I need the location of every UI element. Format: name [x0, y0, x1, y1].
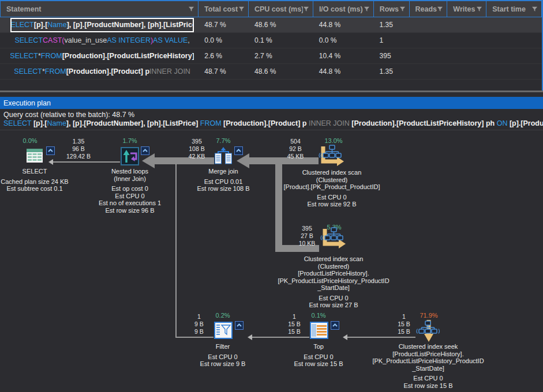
nested-loops-icon[interactable] [121, 147, 139, 168]
start-time-cell [486, 17, 542, 32]
selected-statement-box: SELECT [p].[Name], [p].[ProductNumber], … [10, 18, 194, 32]
edge-arrowhead [142, 153, 155, 168]
cpu-cost-cell: 48.6 % [249, 64, 313, 79]
column-header-writes[interactable]: Writes [447, 0, 486, 17]
io-cost-cell: 0.0 % [313, 33, 374, 48]
io-cost-cell: 10.4 % [313, 48, 374, 63]
clustered-index-seek-node-label[interactable]: Clustered index seek [ProductListPriceHi… [359, 343, 497, 389]
statement-row-1[interactable]: SELECT [p].[Name], [p].[ProductNumber], … [0, 17, 542, 33]
writes-cell [447, 17, 486, 32]
filter-funnel-icon[interactable] [188, 6, 194, 12]
cpu-cost-cell: 48.6 % [249, 17, 313, 32]
start-time-cell [486, 48, 542, 63]
edge-stats-label: 115 B15 B [274, 313, 314, 336]
total-cost-cell: 0.0 % [199, 33, 249, 48]
edge-seek-to-top [347, 337, 415, 338]
filter-funnel-icon[interactable] [303, 6, 309, 12]
column-header-cpu-cost[interactable]: CPU cost (ms) [249, 0, 313, 17]
column-header-rows[interactable]: Rows [374, 0, 410, 17]
divider [0, 130, 543, 130]
edge-arrowhead [248, 334, 252, 340]
plan-explorer-window: Statement Total cost CPU cost (ms) I/O c… [0, 0, 543, 392]
edge-nestedloops-to-select [53, 161, 120, 163]
reads-cell [409, 17, 447, 32]
total-cost-cell: 48.7 % [199, 64, 249, 79]
rows-cell: 1.35 [374, 17, 410, 32]
node-cost-percent: 1.7% [113, 137, 147, 144]
collapse-button[interactable] [331, 321, 339, 330]
io-cost-cell: 44.8 % [313, 64, 374, 79]
execution-plan-title: Execution plan [3, 99, 51, 107]
column-header-reads[interactable]: Reads [410, 0, 448, 17]
statement-row-3[interactable]: SELECT * FROM [Production].[ProductListP… [0, 48, 542, 64]
filter-funnel-icon[interactable] [364, 6, 370, 12]
filter-funnel-icon[interactable] [399, 6, 406, 12]
column-header-total-cost[interactable]: Total cost [199, 0, 249, 17]
collapse-button[interactable] [234, 146, 243, 155]
merge-join-icon[interactable] [214, 147, 233, 168]
statement-cell: SELECT CAST(value_in_use AS INTEGER) AS … [0, 33, 199, 48]
cpu-cost-cell: 2.7 % [249, 48, 313, 63]
filter-funnel-icon[interactable] [238, 6, 245, 12]
panel-splitter[interactable] [0, 91, 543, 92]
clustered-index-scan-icon[interactable] [319, 144, 345, 171]
writes-cell [447, 64, 486, 79]
writes-cell [447, 33, 486, 48]
statement-cell: SELECT * FROM [Production].[Product] p I… [0, 64, 199, 79]
execution-plan-title-bar: Execution plan [0, 97, 543, 109]
filter-funnel-icon[interactable] [476, 6, 482, 12]
edge-stats-label: 50492 B45 KB [275, 138, 316, 160]
total-cost-cell: 2.6 % [199, 48, 249, 63]
edge-arrowhead [48, 159, 53, 165]
top-icon[interactable] [310, 322, 328, 341]
edge-top-to-filter [252, 337, 309, 338]
collapse-button[interactable] [46, 146, 55, 155]
column-header-start-time[interactable]: Start time [486, 0, 542, 17]
rows-cell: 1 [374, 33, 410, 48]
edge-stats-label: 19 B9 B [179, 313, 219, 336]
edge-arrowhead [343, 334, 347, 340]
collapse-button[interactable] [141, 146, 149, 155]
io-cost-cell: 44.8 % [313, 17, 374, 32]
edge-stats-label: 395108 B42 KB [177, 138, 217, 160]
filter-icon[interactable] [214, 322, 233, 341]
filter-funnel-icon[interactable] [437, 6, 443, 12]
column-header-io-cost[interactable]: I/O cost (ms) [313, 0, 374, 17]
edge-filter-to-nestedloops-horizontal [175, 337, 214, 338]
plan-sql-statement: SELECT [p].[Name], [p].[ProductNumber], … [3, 119, 543, 127]
reads-cell [409, 64, 447, 79]
node-cost-percent: 0.0% [13, 137, 47, 144]
total-cost-cell: 48.7 % [199, 17, 249, 32]
collapse-button[interactable] [235, 321, 244, 330]
filter-funnel-icon[interactable] [531, 6, 538, 12]
clustered-index-scan-node-label[interactable]: Clustered index scan (Clustered) [Produc… [263, 169, 401, 208]
reads-cell [409, 33, 447, 48]
start-time-cell [486, 64, 542, 79]
result-grid-icon[interactable] [26, 147, 43, 167]
grid-header-row: Statement Total cost CPU cost (ms) I/O c… [0, 0, 542, 17]
edge-arrowhead [237, 153, 249, 168]
statement-row-4[interactable]: SELECT * FROM [Production].[Product] p I… [0, 64, 542, 80]
column-header-statement[interactable]: Statement [0, 0, 199, 17]
clustered-index-scan-2-node-label[interactable]: Clustered index scan (Clustered) [Produc… [264, 255, 403, 309]
rows-cell: 1.35 [374, 64, 410, 79]
cpu-cost-cell: 0.1 % [249, 33, 313, 48]
clustered-index-seek-icon[interactable] [416, 319, 440, 345]
writes-cell [447, 48, 486, 63]
statement-row-2[interactable]: SELECT CAST(value_in_use AS INTEGER) AS … [0, 33, 542, 48]
start-time-cell [486, 33, 542, 48]
statement-cell: SELECT [p].[Name], [p].[ProductNumber], … [0, 17, 199, 32]
plan-diagram-canvas: 0.0% SELECT Cached plan size 24 KB Est s… [0, 131, 543, 392]
statements-panel: Statement Total cost CPU cost (ms) I/O c… [0, 0, 543, 91]
reads-cell [409, 48, 447, 63]
edge-stats-label: 1.3596 B129.42 B [58, 138, 99, 160]
query-cost-label: Query cost (relative to the batch): 48.7… [3, 111, 134, 119]
statement-cell: SELECT * FROM [Production].[ProductListP… [0, 48, 199, 63]
rows-cell: 395 [374, 48, 410, 63]
node-cost-percent: 13.0% [316, 137, 351, 144]
clustered-index-scan-icon[interactable] [320, 227, 347, 253]
